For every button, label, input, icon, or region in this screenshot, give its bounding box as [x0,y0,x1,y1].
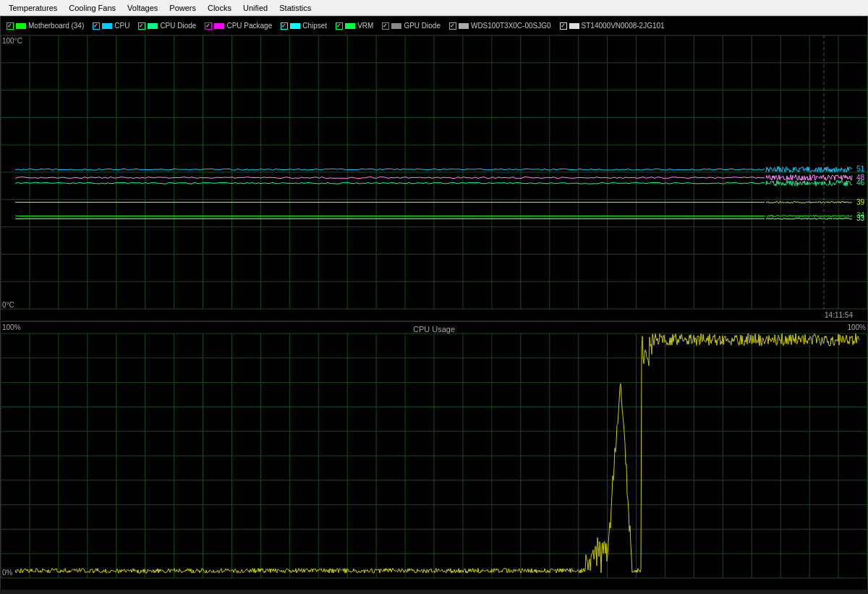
menu-unified[interactable]: Unified [237,2,273,14]
legend-gpu-diode-label: GPU Diode [404,22,441,30]
legend-cpu-package-label: CPU Package [226,22,272,30]
menu-voltages[interactable]: Voltages [122,2,163,14]
legend-st-label: ST14000VN0008-2JG101 [582,22,665,30]
cpu-usage-chart-panel: CPU Usage 100% 0% 100% [0,321,868,589]
cpu-chart-title: CPU Usage [1,325,867,334]
legend-gpu-diode-color [391,23,401,29]
legend-gpu-diode[interactable]: GPU Diode [382,22,441,30]
legend-motherboard[interactable]: Motherboard (34) [7,22,84,30]
legend-cpu-package[interactable]: CPU Package [205,22,272,30]
legend-cpu-diode[interactable]: CPU Diode [138,22,196,30]
temperature-canvas [1,35,867,321]
legend-cpu[interactable]: CPU [93,22,129,30]
legend-st-color [569,23,579,29]
legend-st-checkbox[interactable] [560,22,567,30]
legend-chipset[interactable]: Chipset [281,22,327,30]
legend-cpu-diode-checkbox[interactable] [138,22,145,30]
legend-cpu-color [102,23,112,29]
legend-wds-label: WDS100T3X0C-00SJG0 [471,22,551,30]
menu-statistics[interactable]: Statistics [273,2,317,14]
legend-wds-checkbox[interactable] [449,22,456,30]
legend-st[interactable]: ST14000VN0008-2JG101 [560,22,665,30]
legend-motherboard-checkbox[interactable] [7,22,14,30]
legend-cpu-diode-label: CPU Diode [160,22,196,30]
legend-vrm-checkbox[interactable] [336,22,343,30]
legend-vrm-label: VRM [357,22,373,30]
legend-cpu-package-checkbox[interactable] [205,22,212,30]
legend-wds-color [459,23,469,29]
legend-vrm[interactable]: VRM [336,22,373,30]
menu-powers[interactable]: Powers [163,2,202,14]
legend-chipset-color [290,23,300,29]
cpu-y-max-right-label: 100% [847,323,866,331]
legend-cpu-package-color [214,23,224,29]
legend-vrm-color [345,23,355,29]
menubar: Temperatures Cooling Fans Voltages Power… [0,0,868,16]
temp-time-label: 14:11:54 [825,311,853,319]
menu-clocks[interactable]: Clocks [202,2,237,14]
cpu-y-min-label: 0% [2,569,12,577]
legend-chipset-checkbox[interactable] [281,22,288,30]
legend-wds[interactable]: WDS100T3X0C-00SJG0 [449,22,551,30]
temp-y-max-label: 100°C [2,37,22,45]
cpu-y-max-label: 100% [2,323,21,331]
legend-motherboard-label: Motherboard (34) [28,22,84,30]
menu-temperatures[interactable]: Temperatures [3,2,63,14]
temp-legend: Motherboard (34) CPU CPU Diode CPU Packa… [1,17,867,35]
legend-cpu-checkbox[interactable] [93,22,100,30]
menu-cooling-fans[interactable]: Cooling Fans [63,2,122,14]
legend-cpu-diode-color [148,23,158,29]
legend-chipset-label: Chipset [302,22,327,30]
temp-y-min-label: 0°C [2,301,14,309]
cpu-usage-canvas [1,322,867,590]
legend-motherboard-color [16,23,26,29]
temperature-chart-panel: Motherboard (34) CPU CPU Diode CPU Packa… [0,16,868,320]
legend-cpu-label: CPU [114,22,129,30]
legend-gpu-diode-checkbox[interactable] [382,22,389,30]
